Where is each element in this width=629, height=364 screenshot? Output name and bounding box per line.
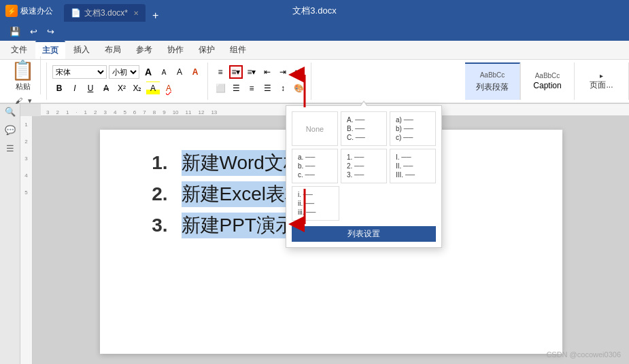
decrease-font-btn[interactable]: A	[157, 65, 171, 79]
para-row-1: ≡ ≡▾ ≡▾ ⇤ ⇥ ↕A	[214, 65, 305, 79]
left-sidebar: 🔍 💬 ☰	[0, 104, 20, 364]
sort-btn[interactable]: ↕A	[292, 65, 305, 79]
list-c-paren: c) ──	[396, 134, 430, 141]
paste-area: 📋 粘贴	[5, 56, 41, 94]
align-left-btn[interactable]: ⬜	[214, 81, 227, 95]
tab-component[interactable]: 组件	[223, 41, 253, 58]
tab-insert[interactable]: 插入	[67, 41, 97, 58]
save-button[interactable]: 💾	[7, 25, 23, 38]
font-group: 宋体 小初 A A A A B I U A̶ X² X₂ A A	[47, 62, 208, 100]
app-logo: ⚡ 极速办公	[0, 5, 58, 17]
style-panel: AaBbCc 列表段落 AaBbCc Caption ▸ 页面...	[465, 62, 629, 100]
shading-btn[interactable]: 🎨	[292, 81, 305, 95]
align-center-btn[interactable]: ☰	[229, 81, 243, 95]
style-caption-btn[interactable]: AaBbCc Caption	[520, 62, 575, 100]
font-family-select[interactable]: 宋体	[52, 65, 107, 79]
line-spacing-btn[interactable]: ↕	[276, 81, 290, 95]
none-label: None	[306, 125, 324, 133]
doc-tab-inactive[interactable]: 📄 文档3.docx* ✕	[64, 4, 146, 22]
doc-icon: 📄	[71, 8, 81, 18]
list-abc-option[interactable]: A. ── B. ── C. ──	[341, 111, 387, 146]
doc-tab-label: 文档3.docx*	[84, 7, 128, 19]
strikethrough-btn[interactable]: A̶	[99, 81, 113, 95]
list-num-2: 2.	[141, 183, 168, 205]
undo-button[interactable]: ↩	[27, 25, 40, 38]
list-abc-dot-inner: a. ── b. ── c. ──	[295, 152, 335, 180]
quick-access-toolbar: 💾 ↩ ↪	[0, 22, 629, 41]
font-color2-btn[interactable]: A	[162, 81, 175, 95]
list-settings-button[interactable]: 列表设置	[292, 226, 436, 242]
ribbon-area: 文件 主页 插入 布局 参考 协作 保护 组件 📋 粘贴 🖌 ▾	[0, 41, 629, 104]
list-num-3: 3.	[141, 215, 168, 236]
tab-layout[interactable]: 布局	[98, 41, 128, 58]
decrease-indent-btn[interactable]: ⇤	[260, 65, 274, 79]
tabs-area: 📄 文档3.docx* ✕ +	[58, 0, 629, 22]
list-multilevel-btn[interactable]: ≡▾	[245, 65, 258, 79]
paste-group: 📋 粘贴 🖌 ▾	[0, 62, 47, 100]
redo-button[interactable]: ↪	[44, 25, 57, 38]
subscript-btn[interactable]: X₂	[131, 81, 144, 95]
list-roman-lower-i: i. ──	[298, 191, 333, 198]
list-roman-ii: II. ──	[396, 162, 430, 170]
list-dropdown: None A. ── B. ── C. ── a) ── b) ── c) ──…	[286, 105, 442, 248]
list-abc-a: A. ──	[347, 116, 381, 124]
list-3: 3. ──	[347, 171, 381, 179]
list-grid: None A. ── B. ── C. ── a) ── b) ── c) ──…	[292, 111, 436, 221]
tab-protect[interactable]: 保护	[192, 41, 222, 58]
style-page-btn[interactable]: ▸ 页面...	[575, 62, 629, 100]
paste-icon: 📋	[11, 59, 35, 81]
tab-close-btn[interactable]: ✕	[133, 10, 139, 17]
paste-button[interactable]: 📋 粘贴	[11, 59, 35, 92]
app-icon: ⚡	[5, 5, 18, 17]
list-bullet-btn[interactable]: ≡	[214, 65, 227, 79]
list-roman-inner: I. ── II. ── III. ──	[393, 152, 432, 180]
title-bar: ⚡ 极速办公 📄 文档3.docx* ✕ + 文档3.docx	[0, 0, 629, 22]
ribbon-tabs: 文件 主页 插入 布局 参考 协作 保护 组件	[0, 41, 629, 60]
list-abc-dot-option[interactable]: a. ── b. ── c. ──	[292, 149, 338, 183]
list-2: 2. ──	[347, 162, 381, 170]
sidebar-comment-icon[interactable]: 💬	[5, 125, 16, 135]
list-roman-iii: III. ──	[396, 171, 430, 179]
list-abc-paren-option[interactable]: a) ── b) ── c) ──	[390, 111, 436, 146]
list-roman-option[interactable]: I. ── II. ── III. ──	[390, 149, 436, 183]
list-123-inner: 1. ── 2. ── 3. ──	[344, 152, 384, 180]
list-abc-paren-inner: a) ── b) ── c) ──	[393, 115, 432, 143]
bold-btn[interactable]: B	[52, 81, 66, 95]
align-justify-btn[interactable]: ☰	[260, 81, 274, 95]
highlight-btn[interactable]: A	[146, 81, 160, 95]
list-abc-c: C. ──	[347, 134, 381, 141]
underline-btn[interactable]: U	[84, 81, 97, 95]
list-c-dot: c. ──	[298, 171, 332, 179]
list-numbered-btn[interactable]: ≡▾	[229, 65, 243, 79]
italic-btn[interactable]: I	[68, 81, 82, 95]
style-list-para-btn[interactable]: AaBbCc 列表段落	[465, 62, 520, 100]
font-color-btn[interactable]: A	[188, 65, 202, 79]
clear-format-btn[interactable]: A	[173, 65, 186, 79]
window-title: 文档3.docx	[292, 5, 336, 17]
tab-collaborate[interactable]: 协作	[160, 41, 190, 58]
format-painter-btn[interactable]: 🖌	[13, 96, 24, 106]
list-none-option[interactable]: None	[292, 111, 338, 146]
list-roman-lower-option[interactable]: i. ── ii. ── iii. ──	[292, 186, 339, 221]
list-a-paren: a) ──	[396, 116, 430, 124]
font-size-select[interactable]: 小初	[109, 65, 139, 79]
increase-indent-btn[interactable]: ⇥	[276, 65, 290, 79]
new-tab-button[interactable]: +	[147, 10, 164, 22]
increase-font-btn[interactable]: A	[141, 65, 155, 79]
paste-sub-buttons: 🖌 ▾	[13, 96, 34, 106]
list-roman-i: I. ──	[396, 153, 430, 161]
watermark-text: CSDN @cocowei0306	[546, 350, 621, 359]
list-b-dot: b. ──	[298, 162, 332, 170]
font-row-1: 宋体 小初 A A A A	[52, 65, 202, 79]
sidebar-nav-icon[interactable]: ☰	[6, 143, 14, 153]
paste-options-btn[interactable]: ▾	[26, 96, 34, 106]
page-label: 页面...	[590, 79, 613, 91]
superscript-btn[interactable]: X²	[115, 81, 129, 95]
paste-label: 粘贴	[16, 81, 31, 92]
app-name: 极速办公	[20, 5, 53, 17]
list-1: 1. ──	[347, 153, 381, 161]
tab-reference[interactable]: 参考	[129, 41, 159, 58]
align-right-btn[interactable]: ≡	[245, 81, 258, 95]
sidebar-search-icon[interactable]: 🔍	[5, 107, 16, 117]
list-123-option[interactable]: 1. ── 2. ── 3. ──	[341, 149, 387, 183]
